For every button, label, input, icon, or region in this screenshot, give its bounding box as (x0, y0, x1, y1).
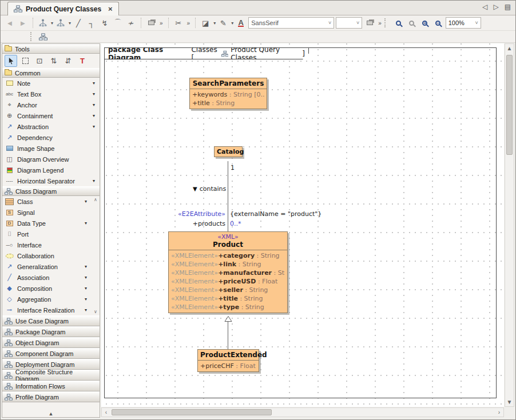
palette-item-signal[interactable]: S Signal (2, 207, 92, 218)
palette-item-horizontal-separator[interactable]: ---- Horizontal Separator ▾ (2, 175, 100, 186)
toolbar-drag-handle[interactable] (30, 32, 33, 41)
multiplicity-catalog-label[interactable]: 1 (231, 164, 235, 171)
dropdown-icon[interactable]: ▾ (85, 297, 89, 302)
dropdown-icon[interactable]: ▾ (93, 124, 97, 129)
attribute-row[interactable]: «XMLElement»+manufacturer : String (171, 269, 285, 277)
palette-item-class[interactable]: Class ▾ (2, 196, 92, 207)
dropdown-icon[interactable]: ▾ (93, 113, 97, 118)
class-product-extended[interactable]: ProductExtended +priceCHF : Float (197, 349, 259, 372)
section-use-case-diagram[interactable]: Use Case Diagram (2, 315, 100, 326)
back-button[interactable]: ◄ (4, 17, 15, 29)
palette-item-text-box[interactable]: abc Text Box ▾ (2, 89, 100, 99)
palette-item-collaboration[interactable]: Collaboration (2, 250, 92, 261)
compress-vertical-button[interactable]: ⇵ (62, 55, 74, 67)
toolbar-drag-handle[interactable] (384, 18, 387, 27)
next-tab-icon[interactable]: ▷ (493, 3, 498, 11)
layout-dropdown-icon[interactable]: ▾ (51, 21, 53, 26)
palette-item-interface-realization[interactable]: ⊸ Interface Realization ▾ (2, 305, 92, 315)
palette-item-dependency[interactable]: ↗ Dependency (2, 132, 100, 143)
section-object-diagram[interactable]: Object Diagram (2, 337, 100, 348)
distribute-vertical-button[interactable]: ⇅ (47, 55, 60, 67)
association-constraint-label[interactable]: {externalName = "product"} (230, 210, 321, 218)
diagram-frame-header[interactable]: package Class Diagram Classes [ Product … (104, 47, 309, 59)
scroll-down-icon[interactable]: ▼ (505, 398, 514, 406)
quick-layout-dropdown-icon[interactable]: ▾ (69, 21, 71, 26)
edit-group-more-icon[interactable]: » (187, 20, 190, 26)
fill-color-dropdown-icon[interactable]: ▾ (213, 21, 216, 26)
palette-item-anchor[interactable]: ⌖ Anchor ▾ (2, 99, 100, 110)
dropdown-icon[interactable]: ▾ (85, 307, 89, 313)
cut-button[interactable]: ✂ (173, 17, 184, 29)
containment-browser-button[interactable] (37, 31, 49, 42)
palette-item-image-shape[interactable]: Image Shape (2, 143, 100, 154)
section-package-diagram[interactable]: Package Diagram (2, 326, 100, 337)
tab-product-query-classes[interactable]: Product Query Classes × (7, 2, 119, 15)
zoom-fit-button[interactable] (393, 17, 404, 29)
attribute-row[interactable]: «XMLElement»+link : String (171, 260, 285, 269)
section-tools[interactable]: Tools (2, 44, 100, 54)
horizontal-scroll-thumb[interactable] (112, 409, 272, 415)
tab-list-icon[interactable]: ▤ (505, 3, 511, 11)
vertical-scroll-thumb[interactable] (506, 55, 513, 155)
attribute-row[interactable]: «XMLElement»+type : String (171, 303, 285, 311)
diagram-canvas[interactable]: package Class Diagram Classes [ Product … (101, 43, 504, 407)
scroll-up-icon[interactable]: ▲ (505, 44, 514, 53)
palette-item-abstraction[interactable]: ↗ Abstraction ▾ (2, 121, 100, 132)
attribute-row[interactable]: «XMLElement»+priceUSD : Float (171, 277, 285, 286)
make-same-size-button[interactable] (145, 17, 157, 29)
scroll-right-icon[interactable]: › (495, 408, 503, 417)
palette-item-diagram-overview[interactable]: ◫ Diagram Overview (2, 154, 100, 165)
fill-color-button[interactable]: ◪ (200, 17, 211, 29)
association-role-label[interactable]: +products (136, 220, 225, 227)
class-search-parameters[interactable]: SearchParameters +keywords : String [0..… (189, 78, 267, 109)
dropdown-icon[interactable]: ▾ (93, 178, 97, 183)
zoom-in-button[interactable]: + (419, 17, 431, 29)
section-component-diagram[interactable]: Component Diagram (2, 348, 100, 359)
font-color-button[interactable]: A (235, 17, 247, 29)
tab-close-icon[interactable]: × (108, 5, 113, 13)
section-information-flows[interactable]: Information Flows (2, 381, 100, 391)
association-end-stereotype-label[interactable]: «E2EAttribute» (136, 210, 225, 218)
layout-tree-button[interactable] (37, 17, 49, 29)
dropdown-icon[interactable]: ▾ (85, 275, 89, 280)
palette-item-data-type[interactable]: D Data Type ▾ (2, 218, 92, 229)
section-class-diagram[interactable]: Class Diagram (2, 186, 100, 196)
attribute-row[interactable]: «XMLElement»+seller : String (171, 286, 285, 294)
palette-item-interface[interactable]: ─○ Interface (2, 239, 92, 250)
zoom-level-select[interactable]: 100% ˅ (446, 17, 481, 29)
text-tool-button[interactable]: T (76, 55, 89, 67)
palette-scroll-up-icon[interactable]: ∧ (94, 197, 97, 202)
scroll-left-icon[interactable]: ‹ (102, 408, 110, 417)
dropdown-icon[interactable]: ▾ (85, 221, 89, 226)
line-color-button[interactable]: ✎ (217, 17, 229, 29)
palette-scroll-down-icon[interactable]: ∨ (94, 309, 97, 314)
class-catalog[interactable]: Catalog (214, 146, 243, 157)
line-style-rectilinear-button[interactable]: ┐ (86, 17, 97, 29)
attribute-row[interactable]: +keywords : String [0..*] (192, 90, 264, 99)
association-contains-line[interactable] (228, 161, 228, 231)
multiplicity-product-label[interactable]: 0..* (230, 220, 241, 227)
section-common[interactable]: Common (2, 68, 100, 78)
class-product[interactable]: «XML» Product «XMLElement»+category : St… (168, 231, 288, 313)
vertical-scrollbar[interactable]: ▲ ▼ (505, 43, 514, 407)
palette-item-composition[interactable]: ◆ Composition ▾ (2, 283, 92, 294)
zoom-out-button[interactable]: − (432, 17, 444, 29)
dropdown-icon[interactable]: ▾ (85, 199, 89, 204)
bring-forward-button[interactable] (364, 17, 375, 29)
size-group-more-icon[interactable]: » (160, 20, 163, 26)
stamp-tool-button[interactable]: ⊡ (33, 55, 46, 67)
attribute-row[interactable]: +title : String (192, 99, 264, 107)
line-style-straight-button[interactable]: ╱ (73, 17, 84, 29)
attribute-row[interactable]: «XMLElement»+title : String (171, 294, 285, 303)
palette-item-association[interactable]: ╱ Association ▾ (2, 272, 92, 283)
dropdown-icon[interactable]: ▾ (85, 264, 89, 269)
palette-item-port[interactable]: ⌷ Port (2, 229, 92, 239)
palette-item-aggregation[interactable]: ◇ Aggregation ▾ (2, 294, 92, 305)
palette-scroll-up-button[interactable]: ▲ (2, 410, 100, 417)
dropdown-icon[interactable]: ▾ (85, 286, 89, 291)
cursor-tool-button[interactable] (5, 55, 17, 67)
line-style-oblique-button[interactable]: ↯ (99, 17, 110, 29)
font-size-select[interactable]: ˅ (336, 17, 362, 29)
order-group-more-icon[interactable]: » (378, 20, 382, 26)
generalization-line[interactable] (228, 321, 228, 349)
